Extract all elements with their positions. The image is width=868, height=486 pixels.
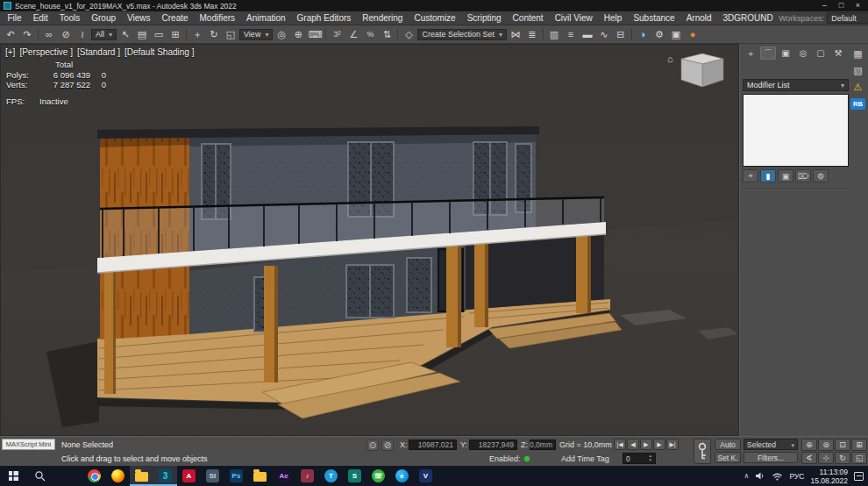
select-by-name-icon[interactable]: ▤ — [134, 27, 150, 42]
menu-group[interactable]: Group — [86, 13, 122, 23]
layer-explorer-icon[interactable]: ≡ — [563, 27, 579, 42]
pin-stack-icon[interactable]: ⌖ — [743, 169, 758, 182]
taskbar-app-3dsmax[interactable]: 3 — [153, 466, 177, 486]
menu-substance[interactable]: Substance — [628, 13, 680, 23]
bind-spacewarp-icon[interactable]: ≀ — [75, 27, 90, 42]
maximize-button[interactable]: □ — [833, 0, 850, 11]
redo-icon[interactable]: ↷ — [19, 27, 35, 42]
play-button[interactable]: ▶ — [640, 439, 652, 450]
pan-view-icon[interactable]: ⊹ — [818, 452, 834, 464]
menu-modifiers[interactable]: Modifiers — [194, 13, 241, 23]
selection-lock-icon[interactable]: ⊘ — [381, 440, 394, 451]
select-link-icon[interactable]: ∞ — [41, 27, 57, 42]
speaker-icon[interactable] — [755, 471, 765, 481]
viewport-menu-pov[interactable]: [Perspective ] — [19, 47, 73, 57]
zoom-region-icon[interactable]: ⊞ — [851, 439, 867, 451]
taskbar-app-edge[interactable]: e — [390, 466, 414, 486]
show-end-result-icon[interactable]: ▮ — [760, 169, 776, 182]
taskbar-app-folder[interactable] — [248, 466, 272, 486]
snaps-toggle-icon[interactable]: 3² — [329, 27, 345, 42]
taskbar-app-telegram[interactable]: T — [319, 466, 343, 486]
taskbar-app-vlc[interactable]: V — [414, 466, 438, 486]
taskbar-app-aftereffects[interactable]: Ae — [272, 466, 295, 486]
x-coordinate-field[interactable]: 10987,021 — [409, 440, 457, 450]
rendered-frame-icon[interactable]: ▣ — [668, 27, 684, 42]
menu-views[interactable]: Views — [122, 13, 157, 23]
auto-key-button[interactable]: Auto — [715, 439, 741, 450]
dock-layers-icon[interactable]: ▧ — [853, 65, 862, 76]
tab-create[interactable]: ＋ — [743, 46, 758, 60]
tray-chevron-icon[interactable]: ∧ — [744, 472, 750, 480]
zoom-icon[interactable]: ⊕ — [801, 439, 817, 451]
unlink-selection-icon[interactable]: ⊘ — [58, 27, 74, 42]
y-coordinate-field[interactable]: 18237,949 — [469, 440, 517, 450]
z-coordinate-field[interactable]: 0,0mm — [530, 440, 556, 450]
menu-create[interactable]: Create — [156, 13, 194, 23]
select-manipulate-icon[interactable]: ⊕ — [290, 27, 306, 42]
key-filters-button[interactable]: Filters... — [743, 452, 798, 463]
dock-grid-icon[interactable]: ▦ — [853, 48, 862, 60]
percent-snap-icon[interactable]: % — [362, 27, 378, 42]
tab-modify[interactable]: ⌒ — [760, 46, 776, 60]
set-key-button[interactable]: Set K. — [715, 452, 741, 463]
taskbar-app-media[interactable]: ♪ — [295, 466, 319, 486]
taskbar-search-button[interactable] — [26, 466, 53, 486]
tab-display[interactable]: ▢ — [813, 46, 829, 60]
material-editor-icon[interactable]: ◑ — [635, 27, 651, 42]
tab-hierarchy[interactable]: ▣ — [778, 46, 793, 60]
taskbar-app-explorer[interactable] — [130, 466, 153, 486]
rb-plugin-badge[interactable]: RB — [850, 98, 865, 110]
key-selection-set-dropdown[interactable]: Selected — [743, 439, 798, 450]
ribbon-toggle-icon[interactable]: ▬ — [580, 27, 595, 42]
keyboard-override-icon[interactable]: ⌨ — [307, 27, 323, 42]
taskbar-app-stock[interactable]: St — [201, 466, 224, 486]
zoom-all-icon[interactable]: ⊚ — [818, 439, 834, 451]
taskbar-app-acrobat[interactable]: A — [177, 466, 201, 486]
next-frame-button[interactable]: ▶ — [653, 439, 665, 450]
zoom-extents-icon[interactable]: ⊡ — [835, 439, 850, 451]
viewport-canvas[interactable]: ⌂ — [1, 45, 738, 435]
undo-icon[interactable]: ↶ — [3, 27, 18, 42]
taskbar-app-firefox[interactable] — [106, 466, 130, 486]
wifi-icon[interactable] — [772, 472, 783, 481]
select-scale-icon[interactable]: ◱ — [223, 27, 238, 42]
menu-rendering[interactable]: Rendering — [357, 13, 409, 23]
menu-scripting[interactable]: Scripting — [461, 13, 507, 23]
viewport-menu-standard[interactable]: [Standard ] — [77, 47, 120, 57]
render-production-icon[interactable]: ● — [685, 27, 701, 42]
taskbar-app-substance[interactable]: S — [343, 466, 366, 486]
render-setup-icon[interactable]: ⚙ — [651, 27, 667, 42]
minimize-button[interactable]: – — [816, 0, 833, 11]
modifier-stack[interactable] — [743, 94, 849, 167]
use-pivot-center-icon[interactable]: ◎ — [274, 27, 289, 42]
taskbar-clock[interactable]: 11:13:09 15.08.2022 — [810, 468, 848, 485]
reference-coordinate-dropdown[interactable]: View — [239, 29, 273, 40]
menu-tools[interactable]: Tools — [53, 13, 85, 23]
make-unique-icon[interactable]: ▣ — [778, 169, 793, 182]
action-center-icon[interactable] — [854, 472, 864, 481]
select-object-icon[interactable]: ↖ — [117, 27, 133, 42]
go-to-start-button[interactable]: |◀ — [614, 439, 626, 450]
taskbar-app-whatsapp[interactable]: ☏ — [366, 466, 390, 486]
field-of-view-icon[interactable]: ∢ — [801, 452, 817, 464]
menu-arnold[interactable]: Arnold — [680, 13, 717, 23]
viewcube-home-icon[interactable]: ⌂ — [667, 54, 673, 64]
selection-region-icon[interactable]: ▭ — [151, 27, 167, 42]
menu-customize[interactable]: Customize — [409, 13, 461, 23]
select-rotate-icon[interactable]: ↻ — [206, 27, 222, 42]
viewport-menu-shading[interactable]: [Default Shading ] — [125, 47, 195, 57]
start-button[interactable] — [0, 466, 26, 486]
maximize-viewport-icon[interactable]: ◱ — [851, 452, 867, 464]
window-crossing-icon[interactable]: ⊞ — [167, 27, 183, 42]
close-button[interactable]: × — [850, 0, 866, 11]
language-indicator[interactable]: РУС — [789, 472, 804, 481]
schematic-view-icon[interactable]: ⊟ — [613, 27, 629, 42]
current-frame-field[interactable]: 0 ▲▼ — [623, 453, 656, 464]
scene-explorer-icon[interactable]: ▥ — [546, 27, 562, 42]
align-icon[interactable]: ≣ — [524, 27, 540, 42]
perspective-viewport[interactable]: ⌂ [+] [Perspective ] [Standard ] [Defaul… — [0, 44, 739, 436]
named-sets-icon[interactable]: ◇ — [401, 27, 416, 42]
mirror-icon[interactable]: ⋈ — [508, 27, 523, 42]
workspace-dropdown[interactable]: Default — [827, 12, 868, 24]
menu-3dground[interactable]: 3DGROUND — [717, 13, 779, 23]
